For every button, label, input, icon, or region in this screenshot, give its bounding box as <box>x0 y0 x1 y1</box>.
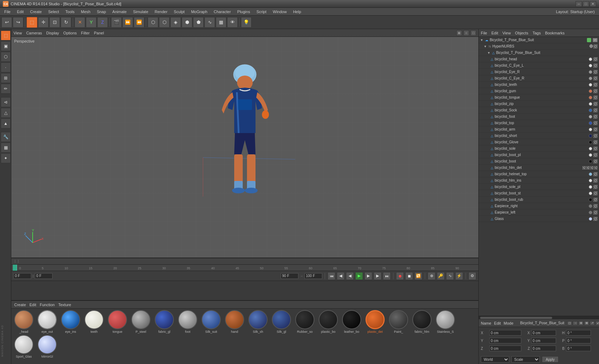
tl-curve-button[interactable]: ∿ <box>446 272 454 280</box>
obj-top[interactable]: △ bicyclist_top <box>479 120 599 126</box>
material-stainless[interactable]: Stainless_S <box>434 310 456 333</box>
menu-mograph[interactable]: MoGraph <box>188 9 210 15</box>
tl-record-button[interactable]: ⏺ <box>396 272 404 280</box>
obj5-button[interactable]: ⬟ <box>193 17 204 28</box>
tl-first-button[interactable]: ⏮ <box>328 272 335 280</box>
obj2-button[interactable]: ⬡ <box>159 17 170 28</box>
obj-hlmdet[interactable]: △ bicyclist_hlm_det <box>479 165 599 171</box>
tl-play-button[interactable]: ▶ <box>355 272 363 280</box>
coord-mode-dropdown[interactable]: World Object <box>481 356 509 363</box>
attr-menu-name[interactable]: Name <box>481 321 491 325</box>
attr-tool-3[interactable]: ⊞ <box>578 321 583 325</box>
obj-helmettop[interactable]: △ bicyclist_helmet_top <box>479 171 599 177</box>
tl-prev-button[interactable]: ◀ <box>337 272 345 280</box>
tl-last-button[interactable]: ⏭ <box>383 272 391 280</box>
tool-poly[interactable]: ▣ <box>1 41 11 51</box>
attr-tool-1[interactable]: ◻ <box>567 321 572 325</box>
material-tongue[interactable]: tongue <box>106 310 128 333</box>
obj-arm[interactable]: △ bicyclist_arm <box>479 126 599 133</box>
viewport-menu-cameras[interactable]: Cameras <box>26 31 42 35</box>
menu-render[interactable]: Render <box>152 9 170 15</box>
window-controls[interactable]: ─ □ ✕ <box>576 1 596 7</box>
scale-tool-button[interactable]: ⊡ <box>49 17 60 28</box>
material-psteel[interactable]: P_steel <box>130 310 152 333</box>
material-fabrichim[interactable]: fabric_hlm <box>411 310 433 333</box>
attr-x-pos[interactable] <box>489 330 521 336</box>
material-leatherbo[interactable]: leather_bo <box>341 310 363 333</box>
tl-next-button[interactable]: ▶ <box>374 272 381 280</box>
frame-current-input[interactable] <box>35 273 53 279</box>
menu-character[interactable]: Character <box>211 9 233 15</box>
transform-mode-dropdown[interactable]: Scale Position Rotation <box>511 356 540 363</box>
tool-select[interactable]: ⬚ <box>1 31 11 40</box>
obj-earpiece-right[interactable]: △ Earpiece_right <box>479 203 599 209</box>
tool-edge[interactable]: ⬡ <box>1 52 11 62</box>
menu-sculpt[interactable]: Sculpt <box>171 9 188 15</box>
menu-window[interactable]: Window <box>270 9 290 15</box>
close-button[interactable]: ✕ <box>590 1 596 7</box>
objmgr-menu-file[interactable]: File <box>481 31 487 35</box>
attr-z-pos[interactable] <box>489 346 521 351</box>
tool-grid[interactable]: ▦ <box>1 143 11 153</box>
apply-button[interactable]: Apply <box>542 356 559 363</box>
obj-bicyclist-mesh[interactable]: ▼ △ Bicyclist_T_Pose_Blue_Suit <box>479 50 599 56</box>
tool-group4[interactable]: 🔧 <box>1 132 11 142</box>
tl-stop-button[interactable]: ⏹ <box>405 272 413 280</box>
light-button[interactable]: 💡 <box>241 17 252 28</box>
select-tool-button[interactable]: ⬚ <box>27 17 37 28</box>
viewport-menu-options[interactable]: Options <box>63 31 77 35</box>
obj-zip[interactable]: △ bicyclist_zip <box>479 101 599 107</box>
material-foot[interactable]: foot <box>177 310 199 333</box>
mat-menu-create[interactable]: Create <box>14 303 26 307</box>
nurbs-button[interactable]: ▦ <box>216 17 226 28</box>
material-eyeins[interactable]: eye_ins <box>60 310 82 333</box>
objmgr-menu-objects[interactable]: Objects <box>515 31 528 35</box>
tool-point[interactable]: · <box>1 62 11 72</box>
anim-button[interactable]: 🎬 <box>111 17 122 28</box>
obj-solepl[interactable]: △ bicyclist_sole_pl <box>479 184 599 190</box>
objmgr-menu-bookmarks[interactable]: Bookmarks <box>545 31 565 35</box>
material-sportglas[interactable]: Sport_Glas <box>13 335 35 358</box>
tl-motion-button[interactable]: ⚡ <box>455 272 463 280</box>
obj-hypernurbs[interactable]: ▼ N HyperNURBS <box>479 43 599 50</box>
attr-tool-5[interactable]: ↗ <box>590 321 595 325</box>
attr-p-rot[interactable] <box>566 338 591 343</box>
viewport-menu-view[interactable]: View <box>13 31 22 35</box>
obj3-button[interactable]: ◈ <box>170 17 181 28</box>
3d-viewport[interactable]: Perspective <box>11 37 478 258</box>
material-silksh[interactable]: Silk_sh <box>247 310 269 333</box>
obj-list-scrollbar-h[interactable] <box>479 316 599 319</box>
spline-button[interactable]: ∿ <box>204 17 215 28</box>
tl-loop-button[interactable]: 🔁 <box>414 272 422 280</box>
tl-add-keyframe-button[interactable]: ⊕ <box>428 272 435 280</box>
anim3-button[interactable]: ⏪ <box>134 17 144 28</box>
tool-paint[interactable]: ✏ <box>1 84 11 94</box>
viewport-menu-panel[interactable]: Panel <box>94 31 104 35</box>
objmgr-menu-view[interactable]: View <box>502 31 511 35</box>
redo-button[interactable]: ↪ <box>13 17 23 28</box>
menu-create[interactable]: Create <box>27 9 45 15</box>
attr-tool-4[interactable]: ⊠ <box>584 321 589 325</box>
obj-tongue[interactable]: △ bicyclist_tongue <box>479 94 599 101</box>
frame-total-input[interactable] <box>304 273 322 279</box>
attr-tool-6[interactable]: ↙ <box>595 321 599 325</box>
material-teeth[interactable]: teeth <box>83 310 105 333</box>
move-tool-button[interactable]: ✛ <box>38 17 49 28</box>
obj-ceye-r[interactable]: △ bicyclist_C_Eye_R <box>479 75 599 82</box>
frame-end-input[interactable] <box>281 273 298 279</box>
menu-simulate[interactable]: Simulate <box>130 9 151 15</box>
mat-menu-function[interactable]: Function <box>40 303 55 307</box>
attr-b-rot[interactable] <box>566 346 591 351</box>
tl-key-button[interactable]: 🔑 <box>437 272 445 280</box>
obj-sock[interactable]: △ bicyclist_Sock <box>479 107 599 114</box>
tool-group1[interactable]: ⊲ <box>1 97 11 107</box>
object-list[interactable]: ▼ ☁ Bicyclist_T_Pose_Blue_Suit ✓ ▼ N Hyp… <box>479 37 599 316</box>
obj-button[interactable]: ⬡ <box>148 17 158 28</box>
vp-icon-3[interactable]: □ <box>471 30 476 36</box>
z-axis-button[interactable]: Z <box>97 17 108 28</box>
deform-button[interactable]: 👁 <box>227 17 238 28</box>
obj-eye-r[interactable]: △ bicyclist_Eye_R <box>479 69 599 75</box>
viewport-menu-filter[interactable]: Filter <box>81 31 89 35</box>
obj-head[interactable]: △ bicyclist_head <box>479 56 599 62</box>
obj-bootrub[interactable]: △ bicyclist_boot_rub <box>479 197 599 203</box>
